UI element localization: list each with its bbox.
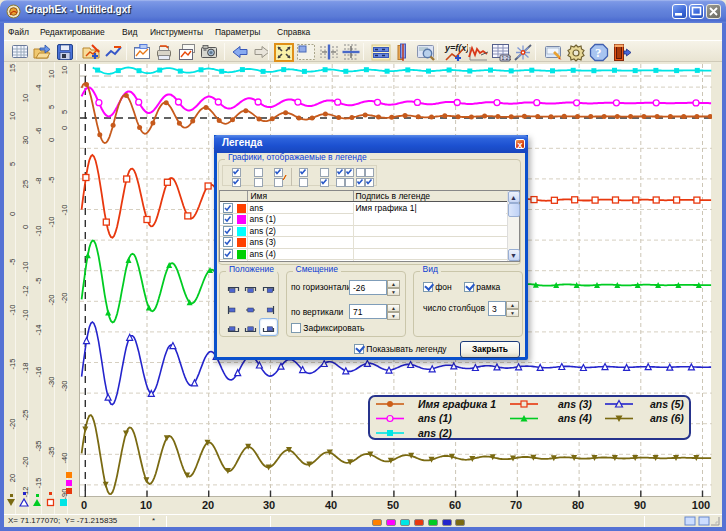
svg-text:?: ? [595,45,602,60]
svg-text:1:2:3: 1:2:3 [501,55,511,61]
svg-text:y=f(x): y=f(x) [444,43,468,53]
